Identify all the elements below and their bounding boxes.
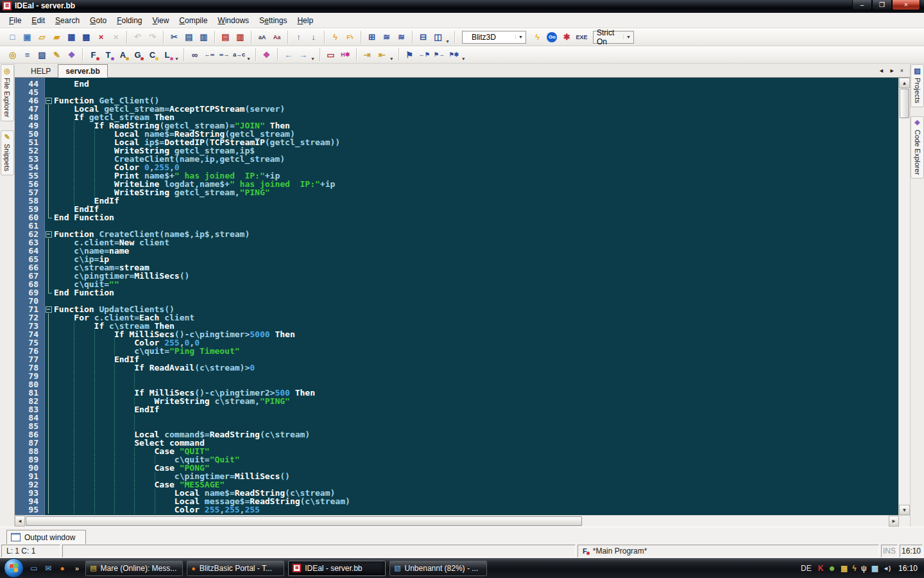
compiler-select[interactable]: Blitz3D▼ bbox=[462, 31, 526, 44]
panel-tab-projects[interactable]: ▨Projects bbox=[911, 64, 924, 107]
navigate-back-icon[interactable]: ← bbox=[281, 48, 296, 62]
taskbar-button-ideal-server-bb[interactable]: ≣IDEal - server.bb bbox=[288, 561, 386, 576]
code-text[interactable]: c\name=name bbox=[54, 247, 898, 255]
fold-collapse-icon[interactable] bbox=[44, 96, 54, 105]
minimize-button[interactable]: – bbox=[852, 0, 872, 10]
code-text[interactable] bbox=[54, 88, 898, 96]
move-line-down-icon[interactable]: ↓ bbox=[306, 30, 321, 44]
scroll-right-icon[interactable]: ► bbox=[889, 516, 899, 527]
chevron-down-icon[interactable]: ▼ bbox=[246, 57, 252, 63]
quick-launch-overflow[interactable]: » bbox=[75, 565, 79, 572]
menu-view[interactable]: View bbox=[148, 14, 175, 27]
panel-tab-file-explorer[interactable]: ◎File Explorer bbox=[1, 64, 14, 121]
find-icon[interactable]: ∞ bbox=[187, 48, 202, 62]
unfold-all-icon[interactable]: ≋ bbox=[394, 30, 409, 44]
unindent-block-icon[interactable]: ⇤ bbox=[375, 48, 389, 62]
code-text[interactable]: For c.client=Each client bbox=[54, 313, 898, 322]
code-text[interactable]: EndIf bbox=[54, 405, 898, 414]
menu-goto[interactable]: Goto bbox=[85, 14, 112, 27]
list-functions-icon[interactable]: F bbox=[86, 48, 101, 62]
tab-help[interactable]: HELP bbox=[24, 65, 58, 77]
menu-edit[interactable]: Edit bbox=[26, 14, 50, 27]
chevron-down-icon[interactable]: ▼ bbox=[445, 39, 451, 46]
code-text[interactable]: c.client=New client bbox=[54, 238, 898, 247]
thunderbird-icon[interactable]: ✉ bbox=[42, 562, 55, 575]
list-types-icon[interactable]: T bbox=[101, 48, 116, 62]
taskbar-button-unbenannt-82[interactable]: ▧Unbenannt (82%) - ... bbox=[389, 561, 487, 576]
indent-block-icon[interactable]: ⇥ bbox=[360, 48, 375, 62]
debug-icon[interactable]: ✱ bbox=[560, 30, 574, 44]
fold-toggle-icon[interactable]: ⊞ bbox=[364, 30, 379, 44]
run-program-icon[interactable]: ϟ bbox=[530, 30, 545, 44]
compile-options-icon[interactable]: Fϟ bbox=[343, 30, 357, 44]
code-text[interactable]: End Function bbox=[54, 213, 898, 222]
move-line-up-icon[interactable]: ↑ bbox=[291, 30, 306, 44]
image-viewer-icon[interactable]: ▩ bbox=[841, 564, 848, 573]
code-editor[interactable]: 44 End4546Function Get_Client()47 Local … bbox=[15, 78, 898, 515]
icq-icon[interactable]: ☻ bbox=[828, 564, 836, 573]
scroll-left-icon[interactable]: ◄ bbox=[15, 516, 25, 527]
code-text[interactable]: EndIf bbox=[54, 197, 898, 205]
go-button-icon[interactable]: Go bbox=[545, 30, 560, 44]
code-text[interactable]: End Function bbox=[54, 288, 898, 297]
panel-snippets-icon[interactable]: ✎ bbox=[49, 48, 64, 62]
new-file-icon[interactable]: □ bbox=[5, 30, 20, 44]
panel-code-explorer-icon[interactable]: ❖ bbox=[64, 48, 79, 62]
network-icon[interactable]: ▦ bbox=[871, 564, 878, 573]
code-text[interactable]: Color 255,255,255 bbox=[54, 505, 898, 514]
show-desktop-icon[interactable]: ▭ bbox=[28, 562, 40, 575]
to-lowercase-icon[interactable]: Aa bbox=[270, 30, 284, 44]
code-text[interactable] bbox=[54, 297, 898, 305]
restore-button[interactable]: ❐ bbox=[872, 0, 892, 10]
output-window-tab[interactable]: Output window bbox=[6, 530, 86, 544]
chevron-down-icon[interactable]: ▼ bbox=[311, 57, 316, 63]
menu-settings[interactable]: Settings bbox=[254, 14, 292, 27]
code-text[interactable]: End bbox=[54, 80, 898, 88]
lightning-icon[interactable]: ϟ bbox=[852, 564, 856, 573]
cut-icon[interactable]: ✂ bbox=[167, 30, 182, 44]
code-text[interactable]: CreateClient(name,ip,getcl_stream) bbox=[54, 155, 898, 163]
replace-icon[interactable]: a→c bbox=[232, 48, 246, 62]
split-horizontal-icon[interactable]: ⊟ bbox=[416, 30, 431, 44]
code-text[interactable]: Function CreateClient(name$,ip$,stream) bbox=[54, 230, 898, 238]
kaspersky-icon[interactable]: K bbox=[818, 564, 824, 573]
code-text[interactable] bbox=[54, 372, 898, 380]
open-file-icon[interactable]: ▱ bbox=[35, 30, 49, 44]
menu-help[interactable]: Help bbox=[292, 14, 318, 27]
paste-icon[interactable]: ▥ bbox=[196, 30, 211, 44]
highlight-line-icon[interactable]: H✱ bbox=[338, 48, 353, 62]
tab-scroll-right-icon[interactable]: ► bbox=[889, 67, 895, 74]
tab-server.bb[interactable]: server.bb bbox=[58, 64, 107, 78]
tab-close-icon[interactable]: × bbox=[900, 67, 903, 74]
menu-compile[interactable]: Compile bbox=[174, 14, 212, 27]
panel-output-icon[interactable]: ≡ bbox=[20, 48, 35, 62]
navigate-forward-icon[interactable]: → bbox=[296, 48, 311, 62]
code-text[interactable]: c\pingtimer=MilliSecs() bbox=[54, 272, 898, 280]
chevron-down-icon[interactable]: ▼ bbox=[175, 57, 180, 63]
menu-file[interactable]: File bbox=[4, 14, 26, 27]
copy-icon[interactable]: ▤ bbox=[182, 30, 196, 44]
scroll-up-icon[interactable]: ▲ bbox=[899, 78, 910, 88]
code-text[interactable]: EndIf bbox=[54, 205, 898, 213]
panel-tab-code-explorer[interactable]: ❖Code Explorer bbox=[911, 116, 924, 179]
taskbar-button-mare-online-mess[interactable]: ▤Mare (Online): Mess... bbox=[85, 561, 183, 576]
code-text[interactable]: c\quit="Ping Timeout" bbox=[54, 347, 898, 355]
copy-locked-icon[interactable]: ▤ bbox=[218, 30, 233, 44]
horizontal-scrollbar[interactable]: ◄ ► bbox=[15, 515, 910, 527]
chevron-down-icon[interactable]: ▼ bbox=[461, 57, 467, 63]
list-globals-icon[interactable]: G bbox=[130, 48, 145, 62]
code-text[interactable] bbox=[54, 414, 898, 422]
open-into-project-icon[interactable]: ▰ bbox=[49, 30, 64, 44]
bookmark-previous-icon[interactable]: ←⚑ bbox=[417, 48, 432, 62]
bookmark-clear-icon[interactable]: ⚑✱ bbox=[447, 48, 461, 62]
fold-all-icon[interactable]: ≋ bbox=[379, 30, 394, 44]
volume-icon[interactable]: ◄) bbox=[883, 565, 891, 572]
horizontal-scroll-thumb[interactable] bbox=[26, 516, 582, 526]
vertical-scrollbar[interactable]: ▲ ▼ bbox=[898, 78, 910, 515]
usb-icon[interactable]: ψ bbox=[861, 564, 867, 573]
find-next-icon[interactable]: ∞→ bbox=[217, 48, 232, 62]
code-text[interactable]: c\ip=ip bbox=[54, 255, 898, 263]
code-text[interactable]: Local getcl_stream=AcceptTCPStream(serve… bbox=[54, 105, 898, 113]
save-file-icon[interactable]: ▦ bbox=[64, 30, 79, 44]
close-file-icon[interactable]: × bbox=[94, 30, 108, 44]
